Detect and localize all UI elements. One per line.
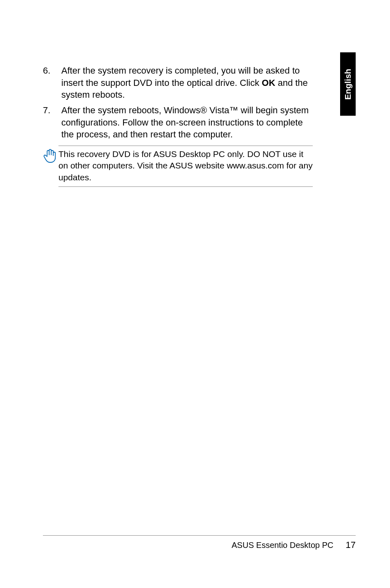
list-item: 6. After the system recovery is complete… [43, 65, 313, 101]
language-tab: English [340, 52, 356, 116]
footer-page-number: 17 [346, 540, 356, 550]
footer-title: ASUS Essentio Desktop PC [232, 541, 334, 550]
list-item: 7. After the system reboots, Windows® Vi… [43, 104, 313, 141]
list-number: 6. [43, 65, 61, 101]
list-number: 7. [43, 104, 61, 141]
list-text: After the system reboots, Windows® Vista… [61, 104, 313, 141]
list-text: After the system recovery is completed, … [61, 65, 313, 101]
hand-icon [43, 148, 58, 166]
text-run: After the system reboots, Windows® Vista… [61, 105, 309, 139]
text-run-bold: OK [262, 78, 275, 88]
note-box: This recovery DVD is for ASUS Desktop PC… [61, 146, 313, 187]
language-tab-label: English [343, 69, 353, 100]
footer: ASUS Essentio Desktop PC 17 [43, 535, 356, 550]
page-content: 6. After the system recovery is complete… [43, 65, 313, 187]
note-text: This recovery DVD is for ASUS Desktop PC… [58, 146, 313, 187]
